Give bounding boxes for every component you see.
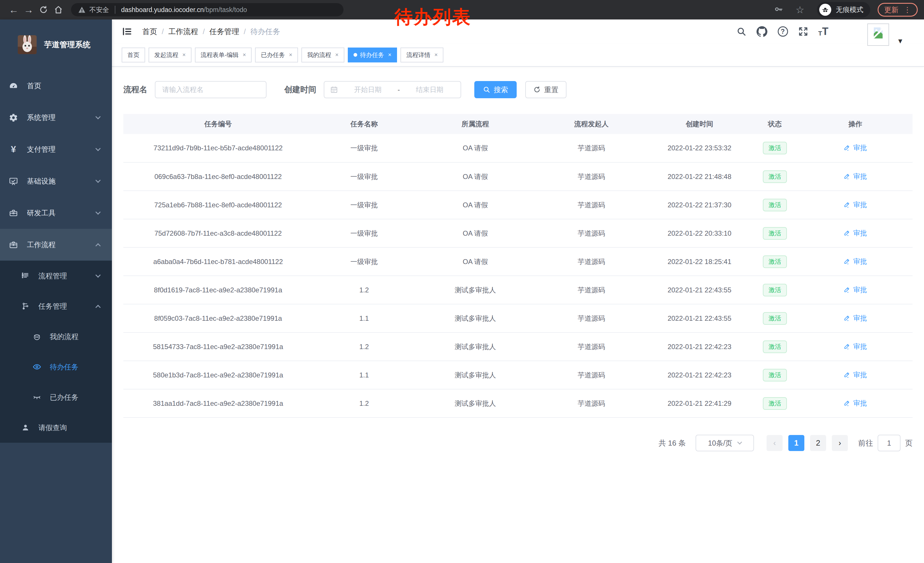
edit-pen-icon xyxy=(844,201,850,208)
page-button-2[interactable]: 2 xyxy=(810,435,826,451)
eye-closed-icon xyxy=(32,393,42,401)
sidebar-item-process-mgmt[interactable]: 流程管理 xyxy=(0,261,112,291)
close-icon[interactable]: × xyxy=(434,51,438,58)
sidebar-item-pay[interactable]: ¥ 支付管理 xyxy=(0,134,112,165)
goto-page-input[interactable] xyxy=(878,435,900,451)
sidebar-toggle-button[interactable] xyxy=(122,26,132,37)
reset-button[interactable]: 重置 xyxy=(525,81,567,98)
password-key-icon[interactable] xyxy=(774,5,783,15)
cell-created: 2022-01-22 21:37:30 xyxy=(648,191,752,219)
briefcase-icon xyxy=(9,240,18,249)
cell-created: 2022-01-21 22:43:55 xyxy=(648,304,752,332)
close-icon[interactable]: × xyxy=(289,51,292,58)
browser-menu-icon[interactable]: ⋮ xyxy=(904,6,911,14)
tab-start-process[interactable]: 发起流程 × xyxy=(148,48,192,62)
approve-link[interactable]: 审批 xyxy=(844,228,867,238)
page-url[interactable]: dashboard.yudao.iocoder.cn/bpm/task/todo xyxy=(121,6,247,14)
process-name-input[interactable] xyxy=(155,81,267,98)
approve-link[interactable]: 审批 xyxy=(844,370,867,380)
user-icon xyxy=(21,423,30,432)
sidebar-item-leave-query[interactable]: 请假查询 xyxy=(0,412,112,443)
close-icon[interactable]: × xyxy=(388,51,392,58)
logo-avatar xyxy=(18,35,37,54)
browser-reload-button[interactable] xyxy=(36,2,51,17)
cell-process: 测试多审批人 xyxy=(416,389,535,417)
approve-link[interactable]: 审批 xyxy=(844,200,867,209)
incognito-icon xyxy=(819,4,831,16)
search-button[interactable]: 搜索 xyxy=(474,81,517,98)
tab-process-detail[interactable]: 流程详情 × xyxy=(400,48,443,62)
sidebar-item-workflow[interactable]: 工作流程 xyxy=(0,229,112,261)
cell-task-id: 8f0d1619-7ac8-11ec-a9e2-a2380e71991a xyxy=(123,276,313,304)
approve-link[interactable]: 审批 xyxy=(844,143,867,152)
edit-pen-icon xyxy=(844,173,850,180)
security-label[interactable]: 不安全 xyxy=(89,6,109,14)
prev-page-button[interactable]: ‹ xyxy=(766,435,783,451)
tab-label: 我的流程 xyxy=(307,51,331,59)
sidebar-item-my-process[interactable]: 我的流程 xyxy=(0,321,112,352)
tab-done-task[interactable]: 已办任务 × xyxy=(255,48,298,62)
next-page-button[interactable]: › xyxy=(832,435,848,451)
sidebar-item-home[interactable]: 首页 xyxy=(0,70,112,102)
tab-my-process[interactable]: 我的流程 × xyxy=(302,48,344,62)
sidebar-item-infra[interactable]: 基础设施 xyxy=(0,165,112,197)
breadcrumb-workflow[interactable]: 工作流程 xyxy=(168,27,198,37)
date-range-picker[interactable]: 开始日期 - 结束日期 xyxy=(324,81,461,98)
tab-label: 首页 xyxy=(128,51,140,59)
browser-home-button[interactable] xyxy=(51,2,66,17)
close-icon[interactable]: × xyxy=(182,51,186,58)
tab-home[interactable]: 首页 xyxy=(122,48,145,62)
browser-update-button[interactable]: 更新 ⋮ xyxy=(878,3,918,17)
sidebar-item-task-mgmt[interactable]: 任务管理 xyxy=(0,291,112,321)
sidebar-item-done-task[interactable]: 已办任务 xyxy=(0,382,112,412)
page-unit-label: 页 xyxy=(905,438,912,448)
browser-back-button[interactable]: ← xyxy=(6,2,21,17)
status-badge: 激活 xyxy=(763,369,787,381)
approve-link[interactable]: 审批 xyxy=(844,314,867,323)
breadcrumb-task-mgmt[interactable]: 任务管理 xyxy=(209,27,239,37)
address-bar[interactable]: 不安全 dashboard.yudao.iocoder.cn/bpm/task/… xyxy=(71,3,344,17)
status-badge: 激活 xyxy=(763,142,787,155)
close-icon[interactable]: × xyxy=(335,51,339,58)
close-icon[interactable]: × xyxy=(243,51,246,58)
edit-pen-icon xyxy=(844,315,850,321)
page-size-select[interactable]: 10条/页 xyxy=(696,435,754,451)
font-size-button[interactable]: TT xyxy=(818,26,828,37)
tab-process-form-edit[interactable]: 流程表单-编辑 × xyxy=(195,48,252,62)
cell-actions: 审批 xyxy=(798,191,912,219)
fullscreen-button[interactable] xyxy=(798,27,808,36)
incognito-label: 无痕模式 xyxy=(836,5,863,14)
sidebar-item-devtools[interactable]: 研发工具 xyxy=(0,197,112,229)
active-dot xyxy=(354,53,357,57)
cell-starter: 芋道源码 xyxy=(535,332,647,361)
table-row: 73211d9d-7b9b-11ec-b5b7-acde48001122 一级审… xyxy=(123,134,912,162)
avatar-caret-icon[interactable]: ▾ xyxy=(898,36,902,45)
chevron-up-icon xyxy=(95,243,100,248)
user-avatar[interactable] xyxy=(867,24,889,46)
col-task-name: 任务名称 xyxy=(313,114,416,134)
bookmark-star-icon[interactable]: ☆ xyxy=(796,4,804,15)
breadcrumb-separator: / xyxy=(202,27,205,36)
table-row: a6aba0a4-7b6d-11ec-b781-acde48001122 一级审… xyxy=(123,248,912,276)
help-button[interactable]: ? xyxy=(778,26,788,37)
breadcrumb-home[interactable]: 首页 xyxy=(142,27,157,37)
edit-pen-icon xyxy=(844,144,850,151)
approve-link[interactable]: 审批 xyxy=(844,399,867,408)
sidebar-item-label: 我的流程 xyxy=(50,332,78,341)
page-button-1[interactable]: 1 xyxy=(788,435,804,451)
approve-link[interactable]: 审批 xyxy=(844,342,867,351)
header-search-button[interactable] xyxy=(736,27,746,36)
tab-label: 待办任务 xyxy=(360,51,384,59)
sidebar-item-system[interactable]: 系统管理 xyxy=(0,102,112,134)
approve-link[interactable]: 审批 xyxy=(844,257,867,266)
tab-todo-task[interactable]: 待办任务 × xyxy=(348,48,397,62)
approve-link[interactable]: 审批 xyxy=(844,172,867,181)
sidebar-item-label: 任务管理 xyxy=(38,302,67,311)
sidebar-item-todo-task[interactable]: 待办任务 xyxy=(0,352,112,382)
col-starter: 流程发起人 xyxy=(535,114,647,134)
approve-link[interactable]: 审批 xyxy=(844,285,867,294)
edit-pen-icon xyxy=(844,230,850,237)
github-link[interactable] xyxy=(756,26,767,37)
sidebar-item-label: 工作流程 xyxy=(27,240,56,249)
browser-forward-button[interactable]: → xyxy=(21,2,36,17)
